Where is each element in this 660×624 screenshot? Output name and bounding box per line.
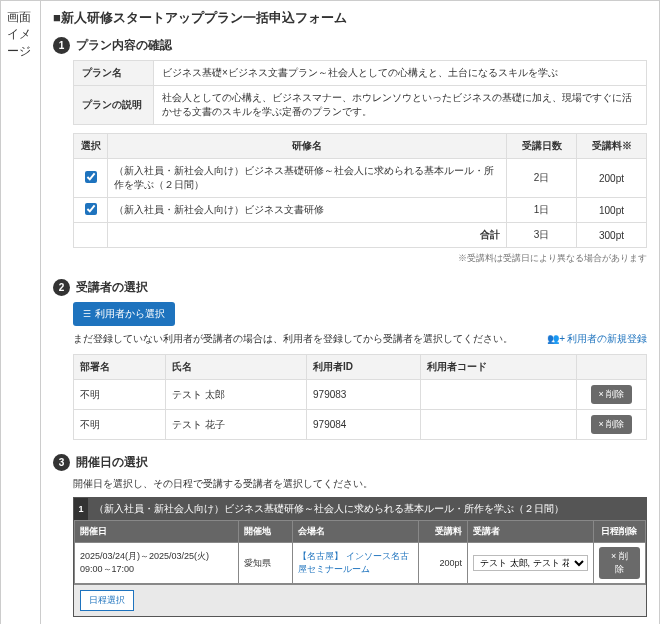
plan-name-value: ビジネス基礎×ビジネス文書プラン～社会人としての心構えと、土台になるスキルを学ぶ [154,61,647,86]
date-select-button[interactable]: 日程選択 [80,590,134,611]
course-fee: 100pt [577,198,647,223]
delete-schedule-button[interactable]: × 削除 [599,547,640,579]
col-dept: 部署名 [74,355,166,380]
page-title: ■新人研修スタートアッププラン一括申込フォーム [53,9,647,27]
attendee-dept: 不明 [74,410,166,440]
plan-desc-value: 社会人としての心構え、ビジネスマナー、ホウレンソウといったビジネスの基礎に加え、… [154,86,647,125]
schedule-date: 2025/03/24(月)～2025/03/25(火) 09:00～17:00 [75,543,239,584]
block-index: 1 [74,498,88,520]
venue-link[interactable]: 【名古屋】 インソース名古屋セミナールーム [298,551,409,574]
schedule-table: 開催日開催地会場名受講料受講者日程削除2025/03/24(月)～2025/03… [74,520,646,584]
course-checkbox[interactable] [85,203,97,215]
col-attendee-name: 氏名 [166,355,307,380]
col-schedule-date: 開催日 [75,521,239,543]
section-title-dates: 開催日の選択 [76,454,148,471]
sidebar-label: 画面イメージ [1,1,41,624]
delete-attendee-button[interactable]: × 削除 [591,415,633,434]
attendee-id: 979084 [307,410,421,440]
attendee-dept: 不明 [74,380,166,410]
section-dates: 3 開催日の選択 開催日を選択し、その日程で受講する受講者を選択してください。 … [53,454,647,624]
schedule-fee: 200pt [418,543,467,584]
step-badge-1: 1 [53,37,70,54]
col-schedule-att: 受講者 [468,521,594,543]
attendee-name: テスト 太郎 [166,380,307,410]
delete-attendee-button[interactable]: × 削除 [591,385,633,404]
col-schedule-venue: 会場名 [293,521,419,543]
new-user-link[interactable]: 利用者の新規登録 [547,332,647,346]
attendee-select[interactable]: テスト 太郎, テスト 花子 [473,555,588,571]
schedule-block: 1（新入社員・新社会人向け）ビジネス基礎研修～社会人に求められる基本ルール・所作… [73,497,647,617]
step-badge-3: 3 [53,454,70,471]
attendee-code [420,380,576,410]
section-title-attendees: 受講者の選択 [76,279,148,296]
select-users-button[interactable]: 利用者から選択 [73,302,175,326]
col-schedule-loc: 開催地 [238,521,293,543]
date-helper-text: 開催日を選択し、その日程で受講する受講者を選択してください。 [73,477,647,491]
attendee-id: 979083 [307,380,421,410]
plan-name-label: プラン名 [74,61,154,86]
section-attendees: 2 受講者の選択 利用者から選択 まだ登録していない利用者が受講者の場合は、利用… [53,279,647,440]
col-schedule-del: 日程削除 [593,521,645,543]
attendee-name: テスト 花子 [166,410,307,440]
col-user-code: 利用者コード [420,355,576,380]
attendee-helper-text: まだ登録していない利用者が受講者の場合は、利用者を登録してから受講者を選択してく… [73,333,513,344]
course-name: （新入社員・新社会人向け）ビジネス基礎研修～社会人に求められる基本ルール・所作を… [108,159,507,198]
schedule-location: 愛知県 [238,543,293,584]
total-label: 合計 [108,223,507,248]
col-schedule-fee: 受講料 [418,521,467,543]
course-fee: 200pt [577,159,647,198]
col-days: 受講日数 [507,134,577,159]
step-badge-2: 2 [53,279,70,296]
attendee-table: 部署名 氏名 利用者ID 利用者コード 不明テスト 太郎979083× 削除不明… [73,354,647,440]
course-days: 1日 [507,198,577,223]
col-select: 選択 [74,134,108,159]
plan-summary-table: プラン名 ビジネス基礎×ビジネス文書プラン～社会人としての心構えと、土台になるス… [73,60,647,125]
col-course-name: 研修名 [108,134,507,159]
plan-desc-label: プランの説明 [74,86,154,125]
fee-note: ※受講料は受講日により異なる場合があります [73,252,647,265]
col-fee: 受講料※ [577,134,647,159]
course-days: 2日 [507,159,577,198]
block-title: （新入社員・新社会人向け）ビジネス基礎研修～社会人に求められる基本ルール・所作を… [94,502,564,516]
attendee-code [420,410,576,440]
section-plan: 1 プラン内容の確認 プラン名 ビジネス基礎×ビジネス文書プラン～社会人としての… [53,37,647,265]
section-title-plan: プラン内容の確認 [76,37,172,54]
course-name: （新入社員・新社会人向け）ビジネス文書研修 [108,198,507,223]
total-days: 3日 [507,223,577,248]
col-user-id: 利用者ID [307,355,421,380]
course-table: 選択 研修名 受講日数 受講料※ （新入社員・新社会人向け）ビジネス基礎研修～社… [73,133,647,248]
total-fee: 300pt [577,223,647,248]
course-checkbox[interactable] [85,171,97,183]
